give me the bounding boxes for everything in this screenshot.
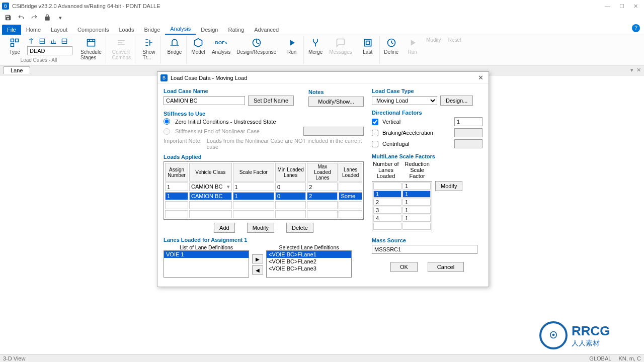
tab-design[interactable]: Design xyxy=(196,25,223,35)
modify-ribbon-button: Modify xyxy=(424,36,443,44)
table-row[interactable]: 1 CAMION BC ▾ 102 xyxy=(165,183,362,191)
tab-analysis[interactable]: Analysis xyxy=(165,24,196,35)
mass-source-input xyxy=(372,245,477,254)
ribbon-group-stages: Schedule Stages xyxy=(76,36,106,64)
ribbon-group-opts: Bridge xyxy=(163,36,187,64)
svg-rect-6 xyxy=(364,39,371,46)
lc-icon-2[interactable] xyxy=(38,37,46,45)
delete-load-button[interactable]: Delete xyxy=(286,223,313,233)
minimize-button[interactable]: — xyxy=(605,3,610,10)
ribbon-group-label-loadcases: Load Cases - All xyxy=(21,57,57,64)
list-item[interactable]: <VOIE BC>FLane2 xyxy=(267,258,351,265)
dialog-close-button[interactable]: ✕ xyxy=(476,74,486,81)
tab-file[interactable]: File xyxy=(2,25,21,35)
ok-button[interactable]: OK xyxy=(390,262,418,272)
tab-advanced[interactable]: Advanced xyxy=(249,25,284,35)
tab-layout[interactable]: Layout xyxy=(46,25,72,35)
load-case-name-label: Load Case Name xyxy=(164,88,305,94)
lc-icon-1[interactable] xyxy=(27,37,35,45)
qat-more-icon[interactable]: ▾ xyxy=(56,14,64,22)
load-case-type-label: Load Case Type xyxy=(372,88,482,94)
tab-components[interactable]: Components xyxy=(72,25,114,35)
set-def-name-button[interactable]: Set Def Name xyxy=(248,96,294,106)
vertical-value-input[interactable] xyxy=(454,117,482,126)
document-tab-controls: ▾ ✕ xyxy=(630,67,644,73)
stiffness-zero-radio[interactable] xyxy=(164,118,170,125)
list-item[interactable]: VOIE 1 xyxy=(164,251,249,258)
svg-rect-2 xyxy=(11,44,14,47)
th-lanesloaded: Lanes Loaded xyxy=(339,163,362,182)
model-button[interactable]: Model xyxy=(189,36,208,56)
type-icon xyxy=(9,37,20,48)
run2-icon xyxy=(407,37,418,48)
lane-definitions-list[interactable]: VOIE 1 xyxy=(164,250,249,278)
table-row[interactable]: 1CAMION BC102Some xyxy=(165,192,362,200)
tab-rating[interactable]: Rating xyxy=(223,25,249,35)
dofs-button[interactable]: DOFsAnalysis xyxy=(210,36,232,56)
centrifugal-label: Centrifugal xyxy=(382,141,451,147)
ribbon-group-convert: Convert Combos xyxy=(108,36,135,64)
merge-button[interactable]: Merge xyxy=(306,36,325,56)
watermark-circle-icon: ⦿ xyxy=(539,321,568,349)
modify-load-button[interactable]: Modify xyxy=(247,223,274,233)
load-case-name-input[interactable] xyxy=(164,96,245,105)
multiscale-table[interactable]: 1 11 21 31 41 xyxy=(372,181,432,231)
run-button[interactable]: Run xyxy=(282,36,301,56)
list-item[interactable]: <VOIE BC>FLane3 xyxy=(267,265,351,272)
lc-icon-4[interactable] xyxy=(60,37,68,45)
centrifugal-checkbox[interactable] xyxy=(372,141,378,147)
list-item[interactable]: <VOIE BC>FLane1 xyxy=(267,251,351,258)
close-button[interactable]: ✕ xyxy=(633,3,638,10)
braking-checkbox[interactable] xyxy=(372,130,378,136)
braking-label: Braking/Acceleration xyxy=(382,130,451,136)
design-response-icon xyxy=(251,37,262,48)
vertical-checkbox[interactable] xyxy=(372,119,378,125)
define-button[interactable]: Define xyxy=(382,36,401,56)
redo-icon[interactable] xyxy=(30,14,38,22)
last-button[interactable]: Last xyxy=(358,36,377,56)
stiffness-nonlinear-label: Stiffness at End of Nonlinear Case xyxy=(175,128,260,134)
add-load-button[interactable]: Add xyxy=(214,223,235,233)
show-tree-button[interactable]: Show Tr... xyxy=(139,36,158,61)
design-response-button[interactable]: Design/Response xyxy=(234,36,278,56)
remove-lane-button[interactable]: ◀ xyxy=(252,265,263,275)
table-row[interactable] xyxy=(165,201,362,209)
tab-home[interactable]: Home xyxy=(21,25,46,35)
status-units[interactable]: KN, m, C xyxy=(618,355,641,361)
design-button[interactable]: Design... xyxy=(440,96,473,106)
stiffness-note-text: Loads from the Nonlinear Case are NOT in… xyxy=(207,138,364,150)
convert-combos-icon xyxy=(116,37,127,48)
add-lane-button[interactable]: ▶ xyxy=(252,254,263,263)
type-button[interactable]: Type xyxy=(5,36,24,56)
tab-dropdown-icon[interactable]: ▾ xyxy=(630,67,633,73)
schedule-stages-button[interactable]: Schedule Stages xyxy=(78,36,104,61)
vertical-label: Vertical xyxy=(382,119,451,125)
last-icon xyxy=(362,37,373,48)
define-icon xyxy=(386,37,397,48)
bridge-button[interactable]: Bridge xyxy=(165,36,184,56)
loads-applied-table[interactable]: Assign Number Vehicle Class Scale Factor… xyxy=(164,161,364,220)
help-icon[interactable]: ? xyxy=(632,24,640,32)
undo-icon[interactable] xyxy=(17,14,25,22)
table-row[interactable] xyxy=(165,210,362,218)
notes-modify-button[interactable]: Modify/Show... xyxy=(308,97,364,107)
tab-loads[interactable]: Loads xyxy=(114,25,139,35)
multiscale-modify-button[interactable]: Modify xyxy=(435,181,462,191)
tab-bridge[interactable]: Bridge xyxy=(139,25,165,35)
tab-close-icon[interactable]: ✕ xyxy=(636,67,641,73)
maximize-button[interactable]: ☐ xyxy=(619,3,624,10)
type-select[interactable] xyxy=(27,46,72,55)
cancel-button[interactable]: Cancel xyxy=(428,262,464,272)
status-coord-system[interactable]: GLOBAL xyxy=(589,355,611,361)
selected-lanes-list[interactable]: <VOIE BC>FLane1 <VOIE BC>FLane2 <VOIE BC… xyxy=(266,250,352,278)
lock-icon[interactable] xyxy=(43,14,51,22)
selected-lane-header: Selected Lane Definitions xyxy=(266,244,352,250)
merge-icon xyxy=(310,37,321,48)
window-controls: — ☐ ✕ xyxy=(605,3,642,10)
lc-icon-3[interactable] xyxy=(49,37,57,45)
load-case-type-select[interactable]: Moving Load xyxy=(372,96,437,105)
ribbon-group-showtree: Show Tr... xyxy=(137,36,161,64)
save-icon[interactable] xyxy=(4,14,12,22)
title-bar: B CSiBridge v23.2.0 Advanced w/Rating 64… xyxy=(0,0,644,12)
document-tab-lane[interactable]: Lane xyxy=(3,66,30,74)
